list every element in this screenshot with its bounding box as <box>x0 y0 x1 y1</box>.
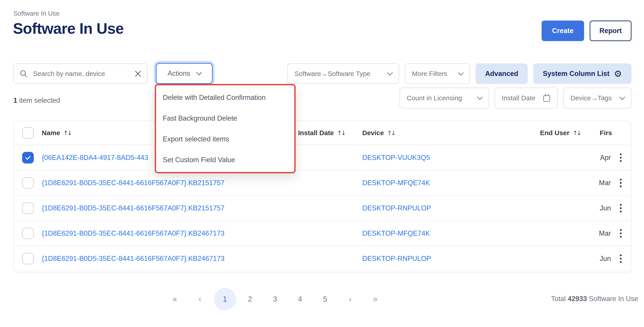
row-kebab-menu-icon[interactable] <box>616 202 626 215</box>
system-column-list-button[interactable]: System Column List ⚙ <box>533 63 632 84</box>
total-count-text: Total 42933 Software In Use <box>551 295 638 303</box>
device-tags-filter[interactable]: Device→Tags <box>563 87 632 109</box>
device-tags-label: Device→Tags <box>570 94 612 102</box>
clear-search-icon[interactable] <box>134 70 141 77</box>
software-name-link[interactable]: {1D8E6291-B0D5-35EC-8441-6616F567A0F7}.K… <box>42 179 224 187</box>
selection-count: 1 <box>14 96 17 104</box>
menu-item-set-custom-field-value[interactable]: Set Custom Field Value <box>156 149 294 170</box>
install-date-filter-label: Install Date <box>502 94 535 102</box>
search-box[interactable] <box>14 63 148 84</box>
row-kebab-menu-icon[interactable] <box>616 227 626 240</box>
column-header-end-user[interactable]: End User ↑↓ <box>540 121 580 145</box>
more-filters-dropdown[interactable]: More Filters <box>405 63 470 84</box>
device-link[interactable]: DESKTOP-RNPULOP <box>362 255 431 263</box>
sort-icon[interactable]: ↑↓ <box>573 130 580 136</box>
selection-text: item selected <box>17 96 60 104</box>
column-header-name[interactable]: Name ↑↓ <box>42 121 71 145</box>
search-input[interactable] <box>33 70 130 78</box>
chevron-down-icon <box>387 70 393 75</box>
pagination: « ‹ 1 2 3 4 5 › » <box>162 288 388 310</box>
device-link[interactable]: DESKTOP-VUUK3Q5 <box>362 154 430 162</box>
first-date-value: Jun <box>600 246 611 271</box>
table-row: {1D8E6291-B0D5-35EC-8441-6616F567A0F7}.K… <box>14 196 631 221</box>
column-header-first[interactable]: Firs <box>600 121 612 145</box>
search-icon <box>20 70 28 78</box>
first-date-value: Mar <box>599 170 611 195</box>
pagination-page-2[interactable]: 2 <box>238 288 262 310</box>
check-icon <box>24 154 32 161</box>
chevron-down-icon <box>620 94 625 100</box>
software-type-filter[interactable]: Software→Software Type <box>287 63 399 84</box>
pagination-page-4[interactable]: 4 <box>288 288 312 310</box>
row-checkbox[interactable] <box>22 177 34 189</box>
total-suffix: Software In Use <box>587 295 638 303</box>
column-label: Device <box>362 129 384 137</box>
system-column-list-label: System Column List <box>543 70 610 78</box>
pagination-page-5[interactable]: 5 <box>312 288 338 310</box>
pagination-first-button[interactable]: « <box>162 288 188 310</box>
count-in-licensing-filter[interactable]: Count in Licensing <box>400 87 489 109</box>
software-name-link[interactable]: {1D8E6291-B0D5-35EC-8441-6616F567A0F7}.K… <box>42 255 224 263</box>
total-count: 42933 <box>568 295 587 303</box>
pagination-next-button[interactable]: › <box>338 288 363 310</box>
row-kebab-menu-icon[interactable] <box>616 151 626 164</box>
selection-status: 1 item selected <box>14 96 60 104</box>
column-header-device[interactable]: Device ↑↓ <box>362 121 395 145</box>
pagination-last-button[interactable]: » <box>363 288 388 310</box>
row-checkbox[interactable] <box>22 152 34 163</box>
column-label: Firs <box>600 129 612 137</box>
total-prefix: Total <box>551 295 568 303</box>
column-header-install-date[interactable]: Install Date ↑↓ <box>298 121 345 145</box>
row-kebab-menu-icon[interactable] <box>616 252 626 265</box>
create-button[interactable]: Create <box>542 20 584 41</box>
table-row: {1D8E6291-B0D5-35EC-8441-6616F567A0F7}.K… <box>14 221 631 246</box>
chevron-down-icon <box>477 94 482 100</box>
count-in-licensing-label: Count in Licensing <box>407 94 462 102</box>
menu-item-export-selected-items[interactable]: Export selected items <box>156 129 294 149</box>
gear-icon: ⚙ <box>614 69 622 78</box>
device-link[interactable]: DESKTOP-MFQE74K <box>362 229 430 237</box>
pagination-page-3[interactable]: 3 <box>262 288 288 310</box>
advanced-label: Advanced <box>485 70 518 78</box>
device-link[interactable]: DESKTOP-RNPULOP <box>362 204 431 212</box>
software-name-link[interactable]: {1D8E6291-B0D5-35EC-8441-6616F567A0F7}.K… <box>42 204 224 212</box>
chevron-down-icon <box>458 70 464 75</box>
report-button[interactable]: Report <box>590 20 632 41</box>
sort-icon[interactable]: ↑↓ <box>337 130 345 136</box>
table-row: {06EA142E-8DA4-4917-8AD5-443 DESKTOP-VUU… <box>14 145 631 170</box>
first-date-value: Jun <box>600 196 611 221</box>
table-row: {1D8E6291-B0D5-35EC-8441-6616F567A0F7}.K… <box>14 170 631 196</box>
install-date-filter[interactable]: Install Date <box>495 87 558 109</box>
device-link[interactable]: DESKTOP-MFQE74K <box>362 179 430 187</box>
select-all-checkbox[interactable] <box>22 127 34 139</box>
table-row: {1D8E6291-B0D5-35EC-8441-6616F567A0F7}.K… <box>14 246 631 271</box>
pagination-page-1[interactable]: 1 <box>214 288 236 310</box>
first-date-value: Apr <box>600 145 611 170</box>
actions-dropdown-menu: Delete with Detailed Confirmation Fast B… <box>155 84 296 173</box>
chevron-down-icon <box>196 70 202 75</box>
breadcrumb[interactable]: Software In Use <box>14 10 60 17</box>
table-header-row: Name ↑↓ Install Date ↑↓ Device ↑↓ End Us… <box>14 121 631 145</box>
more-filters-label: More Filters <box>412 70 447 77</box>
calendar-icon <box>543 94 550 102</box>
software-name-link[interactable]: {1D8E6291-B0D5-35EC-8441-6616F567A0F7}.K… <box>42 229 224 237</box>
software-table: Name ↑↓ Install Date ↑↓ Device ↑↓ End Us… <box>14 121 632 273</box>
column-label: Install Date <box>298 129 334 137</box>
menu-item-fast-background-delete[interactable]: Fast Background Delete <box>156 108 294 129</box>
row-kebab-menu-icon[interactable] <box>616 176 626 190</box>
advanced-button[interactable]: Advanced <box>476 63 528 84</box>
actions-dropdown-button[interactable]: Actions <box>156 63 213 84</box>
sort-icon[interactable]: ↑↓ <box>387 130 395 136</box>
software-name-link[interactable]: {06EA142E-8DA4-4917-8AD5-443 <box>42 154 148 162</box>
row-checkbox[interactable] <box>22 202 34 214</box>
row-checkbox[interactable] <box>22 228 34 239</box>
menu-item-delete-with-detailed-confirmation[interactable]: Delete with Detailed Confirmation <box>156 87 294 108</box>
sort-icon[interactable]: ↑↓ <box>63 130 71 136</box>
first-date-value: Mar <box>599 221 611 246</box>
column-label: End User <box>540 129 570 137</box>
row-checkbox[interactable] <box>22 253 34 265</box>
pagination-prev-button[interactable]: ‹ <box>188 288 212 310</box>
page-title: Software In Use <box>13 20 124 37</box>
actions-label: Actions <box>168 69 190 77</box>
software-type-filter-label: Software→Software Type <box>294 70 370 77</box>
